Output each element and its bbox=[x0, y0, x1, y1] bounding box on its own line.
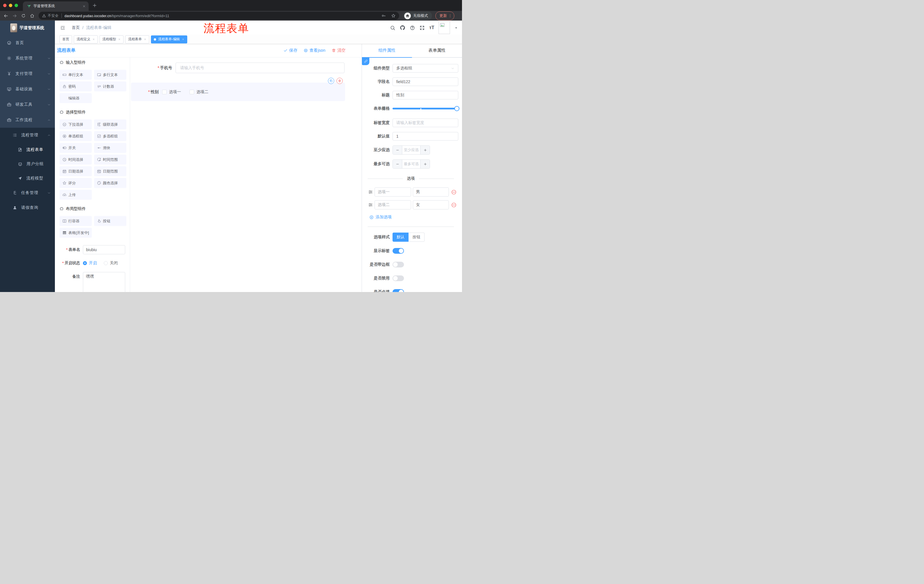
add-option-button[interactable]: 添加选项 bbox=[370, 215, 459, 220]
duplicate-component-button[interactable] bbox=[328, 78, 334, 84]
sidebar-item-task-management[interactable]: 任务管理 bbox=[0, 186, 55, 200]
drag-handle-icon[interactable] bbox=[368, 202, 373, 207]
border-switch[interactable] bbox=[393, 262, 404, 267]
field-phone[interactable]: 手机号 请输入手机号 bbox=[144, 63, 345, 73]
palette-item-button[interactable]: 按钮 bbox=[94, 216, 126, 226]
collapse-sidebar-icon[interactable] bbox=[60, 25, 66, 31]
palette-item-row-container[interactable]: 行容器 bbox=[59, 216, 92, 226]
increase-button[interactable] bbox=[420, 160, 430, 168]
grid-slider[interactable] bbox=[393, 104, 458, 113]
sidebar-item-payment[interactable]: 支付管理 bbox=[0, 66, 55, 81]
remove-option-button[interactable] bbox=[451, 202, 457, 208]
default-value-input[interactable]: 1 bbox=[393, 132, 458, 141]
palette-item-cascader[interactable]: 级联选择 bbox=[94, 119, 126, 130]
palette-item-multi-text[interactable]: 多行文本 bbox=[94, 70, 126, 80]
sidebar-item-devtools[interactable]: 研发工具 bbox=[0, 97, 55, 112]
avatar[interactable] bbox=[439, 21, 450, 34]
clear-button[interactable]: 清空 bbox=[332, 48, 346, 53]
font-size-icon[interactable]: тT bbox=[429, 25, 434, 30]
style-button-button[interactable]: 按钮 bbox=[409, 233, 424, 242]
sidebar-item-process-management[interactable]: 流程管理 bbox=[0, 128, 55, 143]
minimize-window-button[interactable] bbox=[9, 4, 12, 7]
min-select-stepper[interactable]: 至少应选 bbox=[393, 145, 430, 155]
status-radio-off[interactable]: 关闭 bbox=[104, 261, 118, 266]
max-select-stepper[interactable]: 最多可选 bbox=[393, 160, 430, 169]
tab-process-definition[interactable]: 流程定义 bbox=[74, 35, 98, 43]
palette-item-switch[interactable]: 开关 bbox=[59, 143, 92, 153]
style-default-button[interactable]: 默认 bbox=[393, 233, 409, 242]
show-label-switch[interactable] bbox=[393, 248, 404, 254]
new-tab-button[interactable] bbox=[92, 3, 97, 8]
palette-item-date[interactable]: 日期选择 bbox=[59, 166, 92, 176]
delete-component-button[interactable] bbox=[337, 78, 343, 84]
tab-process-form[interactable]: 流程表单 bbox=[125, 35, 149, 43]
palette-item-password[interactable]: 密码 bbox=[59, 81, 92, 91]
resize-handle-icon[interactable] bbox=[122, 291, 124, 292]
palette-item-rate[interactable]: 评分 bbox=[59, 178, 92, 188]
search-icon[interactable] bbox=[390, 25, 395, 31]
form-name-input[interactable]: biubiu bbox=[83, 245, 125, 254]
palette-item-time-range[interactable]: 时间范围 bbox=[94, 155, 126, 165]
save-button[interactable]: 保存 bbox=[283, 48, 297, 53]
increase-button[interactable] bbox=[420, 146, 430, 154]
browser-menu-dots-icon[interactable] bbox=[448, 14, 452, 18]
tab-process-model[interactable]: 流程模型 bbox=[99, 35, 124, 43]
avatar-caret-icon[interactable] bbox=[454, 26, 458, 30]
link-tag[interactable] bbox=[362, 57, 370, 65]
palette-item-select[interactable]: 下拉选择 bbox=[59, 119, 92, 130]
slider-track[interactable] bbox=[393, 108, 458, 109]
github-icon[interactable] bbox=[400, 25, 405, 31]
sidebar-item-system[interactable]: 系统管理 bbox=[0, 51, 55, 66]
tab-home[interactable]: 首页 bbox=[59, 35, 72, 43]
palette-item-radio-group[interactable]: 单选框组 bbox=[59, 131, 92, 141]
decrease-button[interactable] bbox=[393, 146, 402, 154]
tab-process-form-edit[interactable]: 流程表单-编辑 bbox=[151, 35, 187, 43]
password-key-icon[interactable] bbox=[381, 13, 386, 18]
reload-icon[interactable] bbox=[21, 13, 26, 18]
checkbox-icon[interactable] bbox=[162, 90, 167, 94]
min-select-input[interactable]: 至少应选 bbox=[402, 146, 420, 154]
zoom-window-button[interactable] bbox=[15, 4, 18, 7]
close-icon[interactable] bbox=[118, 38, 120, 41]
tab-form-props[interactable]: 表单属性 bbox=[412, 44, 462, 57]
view-json-button[interactable]: 查看json bbox=[304, 48, 325, 53]
sidebar-item-process-form[interactable]: 流程表单 bbox=[0, 143, 55, 157]
field-name-input[interactable]: field122 bbox=[393, 77, 458, 86]
palette-item-color[interactable]: 颜色选择 bbox=[94, 178, 126, 188]
palette-item-table[interactable]: 表格[开发中] bbox=[59, 228, 92, 238]
palette-item-editor[interactable]: 编辑器 bbox=[59, 93, 92, 103]
form-canvas[interactable]: 手机号 请输入手机号 性别 选项一 选项二 bbox=[130, 58, 361, 292]
home-icon[interactable] bbox=[30, 13, 35, 18]
gender-option-1[interactable]: 选项一 bbox=[162, 89, 181, 95]
close-window-button[interactable] bbox=[3, 4, 7, 7]
bookmark-star-icon[interactable] bbox=[391, 13, 396, 18]
browser-tab[interactable]: 芋道管理系统 bbox=[23, 2, 89, 11]
palette-item-date-range[interactable]: 日期范围 bbox=[94, 166, 126, 176]
palette-item-single-text[interactable]: 单行文本 bbox=[59, 70, 92, 80]
palette-item-upload[interactable]: 上传 bbox=[59, 190, 92, 200]
label-width-input[interactable]: 请输入标签宽度 bbox=[393, 118, 458, 127]
form-remark-textarea[interactable]: 嘿嘿 bbox=[83, 272, 125, 292]
palette-item-time[interactable]: 时间选择 bbox=[59, 155, 92, 165]
option-1-value-input[interactable]: 男 bbox=[413, 188, 449, 197]
sidebar-item-leave-query[interactable]: 请假查询 bbox=[0, 200, 55, 215]
tab-component-props[interactable]: 组件属性 bbox=[362, 44, 412, 57]
close-icon[interactable] bbox=[144, 38, 146, 41]
required-switch[interactable] bbox=[393, 289, 404, 292]
update-button[interactable]: 更新 bbox=[436, 12, 454, 20]
title-input[interactable]: 性别 bbox=[393, 91, 458, 99]
option-1-label-input[interactable]: 选项一 bbox=[375, 188, 411, 197]
fullscreen-icon[interactable] bbox=[419, 25, 425, 31]
palette-item-checkbox-group[interactable]: 多选框组 bbox=[94, 131, 126, 141]
sidebar-item-workflow[interactable]: 工作流程 bbox=[0, 112, 55, 128]
close-tab-icon[interactable] bbox=[82, 5, 86, 8]
forward-icon[interactable] bbox=[12, 13, 17, 18]
option-2-value-input[interactable]: 女 bbox=[413, 200, 449, 209]
max-select-input[interactable]: 最多可选 bbox=[402, 160, 420, 168]
field-gender-selected[interactable]: 性别 选项一 选项二 bbox=[131, 82, 345, 101]
close-icon[interactable] bbox=[92, 38, 95, 41]
option-2-label-input[interactable]: 选项二 bbox=[375, 200, 411, 209]
sidebar-item-process-model[interactable]: 流程模型 bbox=[0, 171, 55, 186]
help-icon[interactable] bbox=[410, 25, 415, 31]
phone-input[interactable]: 请输入手机号 bbox=[175, 63, 345, 73]
